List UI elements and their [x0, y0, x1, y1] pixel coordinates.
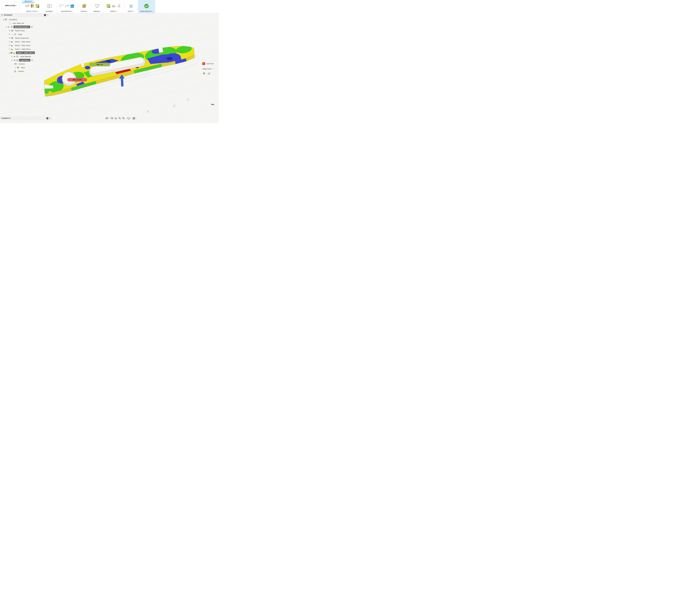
svg-text:1X: 1X [71, 6, 73, 7]
folder-icon [11, 30, 13, 31]
group-label-display[interactable]: DISPLAY▾ [78, 10, 91, 12]
visibility-eye-off-icon[interactable] [14, 67, 16, 68]
chevron-down-icon: ▾ [136, 118, 137, 119]
group-result-tools: RESULT TOOLS▾ [22, 3, 43, 13]
expander-open-icon[interactable] [5, 26, 7, 28]
tree-item-study-1[interactable]: Study 1 - Static Stress [0, 40, 49, 44]
result-type-dropdown[interactable]: Safety Factor ▾ [202, 68, 219, 70]
expander-collapsed-icon[interactable] [8, 29, 10, 31]
max-probe-badge[interactable]: Max: 15 [89, 63, 110, 66]
tree-item-label: Study 1 - Static Stress [14, 40, 31, 43]
panel-collapse-button[interactable]: − [44, 14, 46, 16]
tree-item-label: Results [17, 70, 25, 72]
expander-collapsed-icon[interactable] [11, 56, 13, 58]
legend-scale-icon[interactable] [207, 72, 210, 75]
pan-button[interactable] [114, 117, 117, 120]
tree-item-label: Origin [17, 33, 23, 36]
tree-item-load-case1[interactable]: Load Case1 [0, 58, 49, 62]
expander-open-icon[interactable] [2, 19, 4, 21]
min-probe-badge[interactable]: Min: 0.7025 [67, 78, 87, 82]
study-chart-icon [11, 44, 13, 46]
tree-item-mesh[interactable]: Mesh [0, 66, 49, 69]
zoom-window-button[interactable]: ▾ [122, 117, 127, 120]
folder-icon [14, 34, 16, 35]
panel-drag-grip[interactable] [49, 117, 50, 119]
finish-results-icon[interactable] [144, 4, 149, 9]
select-icon[interactable] [129, 4, 133, 8]
deformation-actual-icon[interactable]: 1X [70, 4, 74, 8]
look-at-button[interactable] [111, 117, 114, 120]
chevron-down-icon: ▾ [117, 11, 117, 12]
visibility-eye-off-icon[interactable] [11, 34, 13, 35]
mesh-icon [17, 67, 19, 68]
result-type-label: Safety Factor [202, 68, 212, 70]
tree-item-study-4[interactable]: Study 4 - Static Stress [0, 51, 49, 54]
inspect-section-icon[interactable] [117, 4, 121, 8]
group-inspect: xyz INSPECT▾ [104, 3, 124, 13]
deformation-scale-icon[interactable]: 0 [60, 4, 64, 8]
expander-open-icon[interactable] [8, 52, 10, 54]
view-navigation-bar: ▾ ▾ ▾ ▾ [105, 116, 137, 120]
result-details-icon[interactable] [31, 4, 35, 8]
display-settings-button[interactable]: ▾ [127, 117, 132, 120]
inspect-xyz-icon[interactable]: xyz [112, 4, 115, 8]
tree-item-study-materials[interactable]: Study Materials [0, 54, 49, 58]
manage-icon[interactable] [95, 4, 99, 8]
visibility-eye-icon[interactable] [8, 26, 10, 28]
study-chart-icon [11, 48, 13, 50]
tree-item-study-2[interactable]: Study 2 - Static Stress [0, 44, 49, 47]
comments-expand-button[interactable]: + [46, 117, 48, 119]
folder-icon [11, 37, 13, 39]
deformation-shape-icon[interactable] [65, 4, 69, 8]
zoom-button[interactable] [118, 117, 121, 120]
orbit-button[interactable]: ▾ [105, 117, 110, 120]
panel-drag-grip[interactable] [47, 14, 48, 16]
activate-radio[interactable] [31, 26, 33, 28]
tree-item-origin[interactable]: Origin [0, 32, 49, 36]
group-label-deformation[interactable]: DEFORMATION▾ [56, 10, 77, 12]
visibility-eye-icon[interactable] [14, 59, 16, 61]
result-colors-icon[interactable] [36, 4, 39, 8]
inspect-result-icon[interactable] [107, 4, 110, 8]
group-label-manage[interactable]: MANAGE▾ [91, 10, 103, 12]
legend-max-label: Max [211, 104, 219, 105]
tab-results[interactable]: RESULTS [22, 0, 34, 3]
expander-collapsed-icon[interactable] [8, 44, 10, 46]
svg-text:xyz: xyz [113, 6, 114, 7]
chevron-down-icon: ▾ [131, 118, 132, 119]
tree-item-simulation-model-1[interactable]: Simulation Model 1 [0, 25, 49, 29]
expander-collapsed-icon[interactable] [11, 59, 13, 61]
group-label-compare[interactable]: COMPARE▾ [44, 10, 55, 12]
tree-item-contacts[interactable]: Contacts [0, 62, 49, 66]
tree-item-named-views[interactable]: Named Views [0, 29, 49, 32]
group-label-result-tools[interactable]: RESULT TOOLS▾ [22, 10, 43, 12]
group-label-finish-results[interactable]: FINISH RESULTS▾ [138, 10, 155, 12]
tree-item-simulations[interactable]: Simulations [0, 18, 49, 21]
chevron-down-icon: ▾ [153, 11, 153, 12]
workspace-selector[interactable]: SIMULATION ▾ [1, 2, 20, 9]
collapse-arrows-icon[interactable] [1, 14, 3, 16]
visibility-eye-icon[interactable] [14, 56, 16, 57]
expander-collapsed-icon[interactable] [8, 33, 10, 35]
browser-header[interactable]: BROWSER − [0, 14, 49, 17]
animate-icon[interactable] [25, 4, 29, 8]
group-label-select[interactable]: SELECT▾ [125, 10, 137, 12]
tree-item-units[interactable]: Units: Metric (SI) [0, 21, 49, 25]
expander-collapsed-icon[interactable] [8, 48, 10, 50]
legend-settings-gear-icon[interactable] [203, 72, 205, 75]
tree-item-study-3[interactable]: Study 3 - Static Stress [0, 47, 49, 51]
activate-radio[interactable] [31, 59, 33, 61]
load-case-indicator[interactable]: ! Load Case [202, 62, 219, 65]
group-label-inspect[interactable]: INSPECT▾ [104, 10, 124, 12]
display-mesh-icon[interactable] [82, 4, 87, 8]
chevron-down-icon: ▾ [134, 11, 135, 12]
grid-layout-button[interactable]: ▾ [132, 117, 137, 120]
tree-item-label: Contacts [18, 63, 26, 65]
tree-item-model-components[interactable]: Model Components [0, 36, 49, 40]
tree-item-results[interactable]: Results [0, 69, 49, 73]
expander-collapsed-icon[interactable] [8, 41, 10, 43]
expander-collapsed-icon[interactable] [8, 37, 10, 39]
comments-panel[interactable]: COMMENTS + [0, 117, 51, 120]
compare-icon[interactable] [47, 4, 51, 8]
group-compare: COMPARE▾ [44, 3, 55, 13]
